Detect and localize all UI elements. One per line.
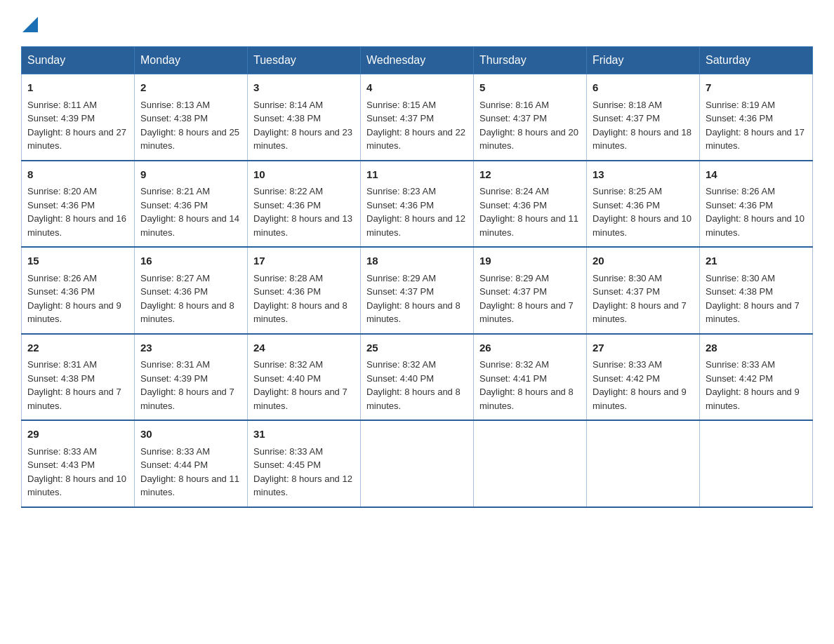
sunset-label: Sunset: 4:40 PM (253, 373, 321, 384)
calendar-cell: 4 Sunrise: 8:15 AM Sunset: 4:37 PM Dayli… (361, 74, 474, 161)
calendar-cell: 17 Sunrise: 8:28 AM Sunset: 4:36 PM Dayl… (248, 247, 361, 334)
day-number: 14 (706, 167, 807, 183)
sunset-label: Sunset: 4:37 PM (479, 113, 547, 123)
sunrise-label: Sunrise: 8:21 AM (140, 186, 210, 196)
sunrise-label: Sunrise: 8:33 AM (140, 446, 210, 457)
sunset-label: Sunset: 4:36 PM (593, 200, 660, 210)
daylight-label: Daylight: 8 hours and 27 minutes. (27, 127, 126, 152)
calendar-cell (587, 420, 700, 507)
calendar-week-4: 22 Sunrise: 8:31 AM Sunset: 4:38 PM Dayl… (22, 334, 813, 421)
calendar-week-1: 1 Sunrise: 8:11 AM Sunset: 4:39 PM Dayli… (22, 74, 813, 161)
daylight-label: Daylight: 8 hours and 17 minutes. (706, 127, 805, 152)
sunset-label: Sunset: 4:36 PM (27, 200, 95, 210)
sunset-label: Sunset: 4:39 PM (27, 113, 95, 123)
daylight-label: Daylight: 8 hours and 22 minutes. (366, 127, 465, 152)
daylight-label: Daylight: 8 hours and 10 minutes. (593, 213, 691, 238)
daylight-label: Daylight: 8 hours and 23 minutes. (253, 127, 352, 152)
daylight-label: Daylight: 8 hours and 7 minutes. (27, 387, 121, 411)
day-number: 20 (593, 253, 694, 269)
calendar-cell: 14 Sunrise: 8:26 AM Sunset: 4:36 PM Dayl… (700, 161, 813, 248)
sunset-label: Sunset: 4:38 PM (706, 286, 773, 297)
sunset-label: Sunset: 4:36 PM (253, 286, 321, 297)
calendar-cell: 26 Sunrise: 8:32 AM Sunset: 4:41 PM Dayl… (474, 334, 587, 421)
sunrise-label: Sunrise: 8:26 AM (706, 186, 775, 196)
day-number: 12 (479, 167, 581, 183)
daylight-label: Daylight: 8 hours and 11 minutes. (140, 474, 239, 498)
sunrise-label: Sunrise: 8:30 AM (706, 273, 775, 283)
sunset-label: Sunset: 4:36 PM (479, 200, 547, 210)
day-number: 19 (479, 253, 581, 269)
sunset-label: Sunset: 4:45 PM (253, 459, 321, 470)
day-number: 30 (140, 427, 241, 443)
weekday-tuesday: Tuesday (248, 47, 361, 74)
daylight-label: Daylight: 8 hours and 14 minutes. (140, 213, 239, 238)
day-number: 16 (140, 253, 241, 269)
daylight-label: Daylight: 8 hours and 20 minutes. (479, 127, 578, 152)
calendar-cell: 8 Sunrise: 8:20 AM Sunset: 4:36 PM Dayli… (22, 161, 135, 248)
daylight-label: Daylight: 8 hours and 12 minutes. (366, 213, 465, 238)
sunset-label: Sunset: 4:41 PM (479, 373, 547, 384)
calendar-cell: 15 Sunrise: 8:26 AM Sunset: 4:36 PM Dayl… (22, 247, 135, 334)
sunrise-label: Sunrise: 8:33 AM (706, 359, 775, 370)
sunrise-label: Sunrise: 8:27 AM (140, 273, 210, 283)
daylight-label: Daylight: 8 hours and 8 minutes. (140, 300, 234, 325)
sunrise-label: Sunrise: 8:25 AM (593, 186, 662, 196)
sunrise-label: Sunrise: 8:19 AM (706, 100, 775, 110)
sunset-label: Sunset: 4:38 PM (27, 373, 95, 384)
sunrise-label: Sunrise: 8:23 AM (366, 186, 436, 196)
day-number: 26 (479, 340, 581, 356)
sunset-label: Sunset: 4:36 PM (366, 200, 434, 210)
calendar-cell: 31 Sunrise: 8:33 AM Sunset: 4:45 PM Dayl… (248, 420, 361, 507)
day-number: 31 (253, 427, 355, 443)
day-number: 17 (253, 253, 355, 269)
day-number: 11 (366, 167, 468, 183)
daylight-label: Daylight: 8 hours and 8 minutes. (366, 387, 461, 411)
logo-icon (22, 13, 38, 32)
svg-marker-0 (22, 17, 38, 32)
calendar-cell: 5 Sunrise: 8:16 AM Sunset: 4:37 PM Dayli… (474, 74, 587, 161)
calendar-week-3: 15 Sunrise: 8:26 AM Sunset: 4:36 PM Dayl… (22, 247, 813, 334)
daylight-label: Daylight: 8 hours and 18 minutes. (593, 127, 691, 152)
calendar-cell: 30 Sunrise: 8:33 AM Sunset: 4:44 PM Dayl… (135, 420, 248, 507)
calendar-cell: 11 Sunrise: 8:23 AM Sunset: 4:36 PM Dayl… (361, 161, 474, 248)
daylight-label: Daylight: 8 hours and 13 minutes. (253, 213, 352, 238)
calendar-cell: 6 Sunrise: 8:18 AM Sunset: 4:37 PM Dayli… (587, 74, 700, 161)
calendar-cell: 2 Sunrise: 8:13 AM Sunset: 4:38 PM Dayli… (135, 74, 248, 161)
day-number: 21 (706, 253, 807, 269)
day-number: 22 (27, 340, 128, 356)
day-number: 23 (140, 340, 241, 356)
sunrise-label: Sunrise: 8:15 AM (366, 100, 436, 110)
calendar-cell: 18 Sunrise: 8:29 AM Sunset: 4:37 PM Dayl… (361, 247, 474, 334)
daylight-label: Daylight: 8 hours and 8 minutes. (253, 300, 348, 325)
sunrise-label: Sunrise: 8:14 AM (253, 100, 323, 110)
day-number: 1 (27, 80, 128, 96)
calendar-cell: 21 Sunrise: 8:30 AM Sunset: 4:38 PM Dayl… (700, 247, 813, 334)
day-number: 7 (706, 80, 807, 96)
logo (21, 14, 38, 32)
weekday-monday: Monday (135, 47, 248, 74)
calendar-cell (474, 420, 587, 507)
calendar-cell: 7 Sunrise: 8:19 AM Sunset: 4:36 PM Dayli… (700, 74, 813, 161)
sunset-label: Sunset: 4:36 PM (706, 200, 773, 210)
daylight-label: Daylight: 8 hours and 10 minutes. (27, 474, 126, 498)
sunrise-label: Sunrise: 8:13 AM (140, 100, 210, 110)
page-header (21, 14, 813, 32)
calendar-table: SundayMondayTuesdayWednesdayThursdayFrid… (21, 46, 813, 508)
sunrise-label: Sunrise: 8:33 AM (27, 446, 97, 457)
sunset-label: Sunset: 4:37 PM (366, 286, 434, 297)
sunrise-label: Sunrise: 8:26 AM (27, 273, 97, 283)
calendar-cell: 24 Sunrise: 8:32 AM Sunset: 4:40 PM Dayl… (248, 334, 361, 421)
sunrise-label: Sunrise: 8:32 AM (366, 359, 436, 370)
day-number: 5 (479, 80, 581, 96)
day-number: 28 (706, 340, 807, 356)
sunset-label: Sunset: 4:36 PM (706, 113, 773, 123)
daylight-label: Daylight: 8 hours and 8 minutes. (479, 387, 574, 411)
sunset-label: Sunset: 4:36 PM (253, 200, 321, 210)
weekday-saturday: Saturday (700, 47, 813, 74)
calendar-cell: 16 Sunrise: 8:27 AM Sunset: 4:36 PM Dayl… (135, 247, 248, 334)
daylight-label: Daylight: 8 hours and 7 minutes. (706, 300, 800, 325)
calendar-cell: 9 Sunrise: 8:21 AM Sunset: 4:36 PM Dayli… (135, 161, 248, 248)
day-number: 3 (253, 80, 355, 96)
sunset-label: Sunset: 4:36 PM (27, 286, 95, 297)
weekday-thursday: Thursday (474, 47, 587, 74)
